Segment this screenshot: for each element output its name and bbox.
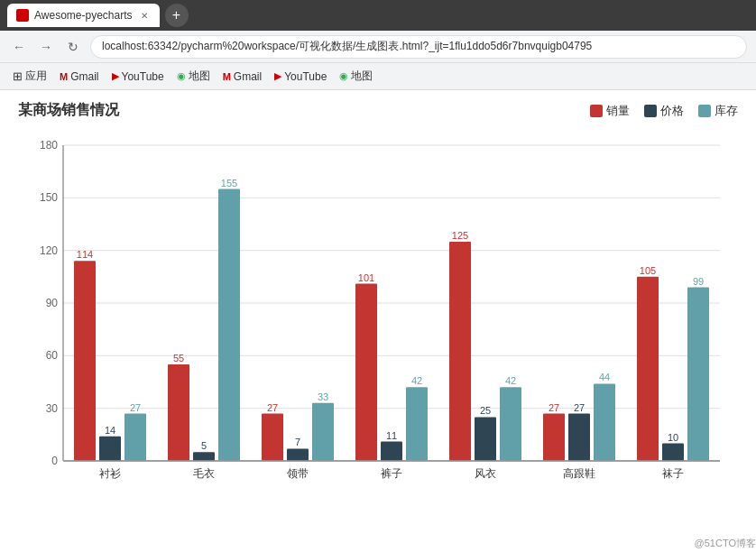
chart-area: 03060901201501801141427衬衫555155毛衣27733领带… bbox=[18, 127, 738, 506]
svg-rect-14 bbox=[74, 261, 96, 461]
svg-rect-39 bbox=[406, 387, 428, 461]
svg-text:25: 25 bbox=[480, 405, 491, 416]
bookmark-youtube-1-label: YouTube bbox=[122, 70, 164, 83]
svg-text:领带: 领带 bbox=[287, 467, 309, 480]
youtube-icon-1: ▶ bbox=[112, 70, 119, 82]
svg-text:27: 27 bbox=[574, 402, 585, 413]
bookmark-maps-2-label: 地图 bbox=[351, 69, 373, 84]
svg-text:5: 5 bbox=[201, 440, 207, 451]
bookmark-youtube-1[interactable]: ▶ YouTube bbox=[106, 69, 170, 85]
svg-text:55: 55 bbox=[173, 353, 184, 363]
bookmark-youtube-2-label: YouTube bbox=[284, 70, 327, 83]
svg-text:毛衣: 毛衣 bbox=[193, 467, 215, 480]
svg-text:7: 7 bbox=[295, 437, 300, 447]
chart-title: 某商场销售情况 bbox=[18, 101, 590, 120]
svg-text:114: 114 bbox=[77, 249, 93, 260]
svg-text:30: 30 bbox=[46, 402, 59, 415]
svg-rect-51 bbox=[568, 414, 590, 462]
chart-legend: 销量 价格 库存 bbox=[590, 103, 738, 119]
svg-rect-18 bbox=[124, 414, 146, 462]
svg-rect-58 bbox=[662, 444, 684, 461]
svg-rect-37 bbox=[381, 442, 402, 461]
legend-dot-sales bbox=[590, 105, 603, 117]
svg-rect-60 bbox=[687, 288, 709, 462]
new-tab-button[interactable]: + bbox=[165, 4, 189, 27]
legend-price: 价格 bbox=[644, 103, 684, 119]
tab-close-button[interactable]: ✕ bbox=[138, 9, 151, 22]
svg-text:150: 150 bbox=[40, 191, 58, 204]
svg-text:105: 105 bbox=[640, 265, 656, 276]
legend-sales: 销量 bbox=[590, 103, 630, 119]
svg-rect-53 bbox=[594, 383, 615, 461]
bookmark-gmail-1-label: Gmail bbox=[70, 70, 98, 83]
refresh-button[interactable]: ↻ bbox=[63, 37, 83, 57]
tab-label: Awesome-pyecharts bbox=[34, 9, 133, 22]
svg-text:90: 90 bbox=[46, 297, 59, 309]
svg-text:11: 11 bbox=[386, 430, 397, 441]
svg-text:120: 120 bbox=[40, 244, 58, 257]
bookmarks-bar: ⊞ 应用 M Gmail ▶ YouTube ◉ 地图 M Gmail ▶ Yo… bbox=[0, 63, 756, 90]
svg-rect-32 bbox=[312, 403, 334, 461]
legend-label-price: 价格 bbox=[660, 103, 684, 119]
page-content: 某商场销售情况 销量 价格 库存 03060901201501801141427… bbox=[0, 90, 756, 552]
address-bar: ← → ↻ localhost:63342/pycharm%20workspac… bbox=[0, 31, 756, 63]
bar-chart-svg: 03060901201501801141427衬衫555155毛衣27733领带… bbox=[18, 127, 738, 506]
legend-dot-price bbox=[644, 105, 657, 117]
bookmark-gmail-1[interactable]: M Gmail bbox=[54, 69, 105, 85]
svg-text:101: 101 bbox=[358, 272, 374, 283]
legend-label-sales: 销量 bbox=[606, 103, 630, 119]
svg-rect-21 bbox=[168, 364, 189, 461]
svg-rect-42 bbox=[449, 242, 471, 461]
svg-text:44: 44 bbox=[599, 372, 610, 382]
svg-rect-16 bbox=[99, 437, 121, 461]
svg-rect-23 bbox=[193, 452, 215, 461]
browser-tab[interactable]: Awesome-pyecharts ✕ bbox=[7, 4, 160, 27]
svg-text:99: 99 bbox=[693, 276, 704, 287]
svg-text:衬衫: 衬衫 bbox=[99, 467, 121, 480]
bookmark-maps-1[interactable]: ◉ 地图 bbox=[171, 67, 216, 86]
bookmark-youtube-2[interactable]: ▶ YouTube bbox=[269, 69, 332, 85]
svg-text:125: 125 bbox=[452, 230, 468, 241]
back-button[interactable]: ← bbox=[9, 37, 29, 57]
maps-icon-1: ◉ bbox=[177, 70, 186, 82]
watermark: @51CTO博客 bbox=[695, 537, 756, 550]
svg-text:0: 0 bbox=[51, 455, 58, 467]
gmail-icon-1: M bbox=[60, 71, 68, 82]
maps-icon-2: ◉ bbox=[339, 70, 348, 82]
svg-rect-35 bbox=[355, 284, 377, 461]
svg-text:高跟鞋: 高跟鞋 bbox=[563, 467, 595, 480]
chart-header: 某商场销售情况 销量 价格 库存 bbox=[18, 101, 738, 120]
url-input[interactable]: localhost:63342/pycharm%20workspace/可视化数… bbox=[90, 35, 747, 59]
youtube-icon-2: ▶ bbox=[274, 70, 281, 82]
svg-text:60: 60 bbox=[46, 349, 59, 362]
svg-text:180: 180 bbox=[40, 139, 58, 152]
bookmark-gmail-2[interactable]: M Gmail bbox=[217, 69, 268, 85]
svg-rect-56 bbox=[637, 277, 659, 461]
legend-stock: 库存 bbox=[698, 103, 738, 119]
svg-rect-49 bbox=[543, 414, 565, 462]
svg-text:27: 27 bbox=[267, 402, 278, 413]
bookmark-apps[interactable]: ⊞ 应用 bbox=[7, 67, 52, 86]
svg-text:10: 10 bbox=[668, 432, 678, 443]
bookmark-maps-2[interactable]: ◉ 地图 bbox=[334, 67, 378, 86]
svg-text:42: 42 bbox=[411, 375, 422, 386]
apps-icon: ⊞ bbox=[13, 69, 23, 83]
svg-text:风衣: 风衣 bbox=[475, 467, 496, 480]
legend-dot-stock bbox=[698, 105, 711, 117]
legend-label-stock: 库存 bbox=[715, 103, 738, 119]
svg-text:27: 27 bbox=[549, 402, 559, 413]
svg-text:42: 42 bbox=[505, 375, 516, 386]
svg-text:33: 33 bbox=[318, 391, 328, 402]
svg-rect-44 bbox=[475, 417, 496, 461]
svg-text:袜子: 袜子 bbox=[662, 467, 684, 480]
svg-text:裤子: 裤子 bbox=[381, 467, 402, 480]
forward-button[interactable]: → bbox=[36, 37, 56, 57]
tab-favicon bbox=[16, 9, 29, 22]
svg-rect-30 bbox=[287, 448, 309, 461]
svg-text:14: 14 bbox=[105, 425, 115, 436]
bookmark-maps-1-label: 地图 bbox=[189, 69, 210, 84]
bookmark-apps-label: 应用 bbox=[25, 69, 47, 84]
url-text: localhost:63342/pycharm%20workspace/可视化数… bbox=[102, 39, 592, 54]
svg-rect-46 bbox=[500, 387, 521, 461]
svg-rect-25 bbox=[218, 189, 240, 461]
